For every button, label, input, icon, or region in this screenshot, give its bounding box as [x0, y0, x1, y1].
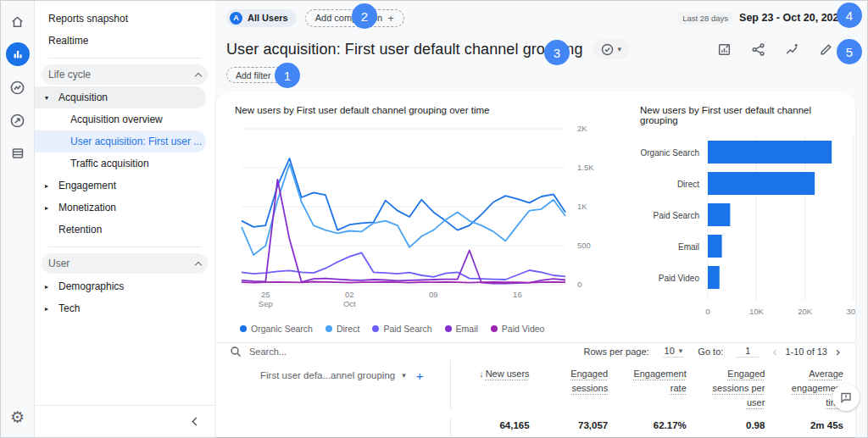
bar-chart-panel: New users by First user default channel …	[640, 105, 842, 339]
svg-text:1K: 1K	[577, 202, 587, 211]
legend-item[interactable]: Direct	[326, 324, 359, 334]
sidebar-divider	[48, 58, 201, 58]
sidebar-item-acquisition[interactable]: ▾ Acquisition	[35, 86, 206, 108]
add-dimension-icon[interactable]: +	[416, 369, 424, 383]
legend-item[interactable]: Paid Search	[372, 324, 431, 334]
sidebar-item-realtime[interactable]: Realtime	[35, 30, 214, 52]
date-range-picker[interactable]: Last 28 days Sep 23 - Oct 20, 2022 ▾	[678, 12, 855, 25]
plus-icon: +	[387, 13, 394, 24]
chevron-up-icon	[195, 261, 202, 268]
sidebar-item-retention[interactable]: Retention	[35, 219, 214, 241]
explore-icon[interactable]	[6, 75, 30, 99]
chevron-down-icon: ▾	[618, 45, 622, 53]
svg-text:Email: Email	[678, 242, 699, 252]
edit-pencil-icon[interactable]	[819, 42, 833, 57]
total-engagement-rate: 62.17%	[608, 420, 687, 430]
report-sidebar: Reports snapshot Realtime Life cycle ▾ A…	[35, 1, 214, 437]
sidebar-item-demographics[interactable]: ▸ Demographics	[35, 275, 214, 297]
report-status-pill[interactable]: ▾	[593, 39, 630, 59]
svg-text:Direct: Direct	[677, 180, 699, 189]
svg-text:25: 25	[261, 290, 270, 299]
column-header-engaged-sessions-per-user[interactable]: Engaged sessions per user	[687, 367, 765, 410]
legend-dot-icon	[326, 325, 332, 332]
pager: ‹ 1-10 of 13 ›	[772, 344, 840, 358]
svg-text:Sep: Sep	[259, 299, 273, 308]
collapsed-arrow-icon: ▸	[45, 182, 52, 190]
legend-label: Paid Video	[502, 324, 545, 334]
next-page-icon[interactable]: ›	[836, 344, 840, 358]
line-chart-panel: New users by First user default channel …	[235, 105, 615, 339]
share-icon[interactable]	[751, 42, 765, 57]
title-row: User acquisition: First user default cha…	[226, 39, 855, 59]
reports-icon[interactable]	[6, 42, 30, 66]
advertising-icon[interactable]	[6, 108, 30, 132]
annotation-callout-5: 5	[837, 39, 862, 64]
search-input[interactable]	[249, 347, 419, 357]
sidebar-item-engagement[interactable]: ▸ Engagement	[35, 175, 214, 197]
sidebar-item-user-acquisition[interactable]: User acquisition: First user ...	[35, 130, 206, 152]
column-header-engagement-rate[interactable]: Engagement rate	[608, 367, 687, 410]
svg-text:2K: 2K	[577, 124, 587, 133]
library-icon[interactable]	[6, 141, 30, 165]
table-search[interactable]	[230, 346, 584, 358]
sidebar-item-traffic-acquisition[interactable]: Traffic acquisition	[35, 152, 214, 175]
legend-label: Paid Search	[383, 324, 431, 334]
table-header-row: First user defa...annel grouping ▾ + ↓Ne…	[216, 360, 855, 410]
line-chart[interactable]: 05001K1.5K2K25Sep02Oct0916	[235, 119, 615, 320]
dimension-column-header: First user defa...annel grouping ▾ +	[216, 360, 450, 410]
table-totals-row: 64,165 73,057 62.17% 0.98 2m 45s	[216, 419, 855, 437]
annotation-callout-1: 1	[275, 63, 300, 88]
check-circle-icon	[601, 43, 614, 56]
feedback-icon	[839, 391, 853, 404]
annotation-callout-4: 4	[837, 3, 862, 28]
svg-text:30K: 30K	[847, 307, 855, 316]
audience-chip[interactable]: A All Users	[226, 9, 297, 27]
page-title: User acquisition: First user default cha…	[226, 41, 583, 58]
main-content: A All Users Add comparison + Last 28 day…	[214, 1, 867, 437]
column-header-average-engagement-time[interactable]: Average engagement time	[765, 367, 843, 410]
sidebar-item-monetization[interactable]: ▸ Monetization	[35, 197, 214, 219]
sort-descending-icon: ↓	[479, 369, 484, 379]
feedback-button[interactable]	[832, 384, 860, 411]
column-header-new-users[interactable]: ↓New users	[451, 367, 530, 410]
nav-rail: ⚙	[1, 1, 35, 437]
home-icon[interactable]	[6, 9, 30, 33]
svg-text:1.5K: 1.5K	[577, 163, 594, 172]
svg-text:Paid Search: Paid Search	[654, 211, 699, 220]
sidebar-item-tech[interactable]: ▸ Tech	[35, 297, 214, 319]
legend-dot-icon	[240, 325, 247, 332]
audience-badge: A	[230, 12, 242, 25]
filter-bar: Add filter +	[226, 67, 855, 83]
goto-page-input[interactable]: 1	[737, 346, 759, 358]
insights-icon[interactable]	[785, 42, 799, 57]
chart-legend: Organic SearchDirectPaid SearchEmailPaid…	[240, 324, 615, 334]
legend-item[interactable]: Organic Search	[240, 324, 313, 334]
bar-chart[interactable]: 010K20K30KOrganic SearchDirectPaid Searc…	[640, 129, 855, 335]
svg-text:0: 0	[577, 280, 581, 289]
legend-item[interactable]: Paid Video	[491, 324, 545, 334]
rows-per-page-select[interactable]: 10 ▾	[663, 345, 685, 358]
legend-item[interactable]: Email	[445, 324, 478, 334]
charts-row: New users by First user default channel …	[216, 91, 855, 339]
customize-chart-icon[interactable]	[717, 42, 732, 57]
sidebar-section-life-cycle[interactable]: Life cycle	[42, 64, 208, 85]
svg-text:02: 02	[345, 290, 354, 299]
dimension-selector[interactable]: First user defa...annel grouping ▾ +	[260, 369, 442, 383]
sidebar-item-reports-snapshot[interactable]: Reports snapshot	[35, 8, 214, 30]
annotation-callout-2: 2	[352, 3, 377, 29]
collapse-sidebar-icon[interactable]	[192, 418, 201, 426]
total-engaged-sessions-per-user: 0.98	[687, 420, 765, 430]
svg-text:500: 500	[577, 241, 591, 250]
sidebar-item-acquisition-overview[interactable]: Acquisition overview	[35, 108, 214, 130]
svg-text:0: 0	[705, 307, 709, 316]
svg-text:Organic Search: Organic Search	[641, 148, 699, 158]
bar-chart-title: New users by First user default channel …	[640, 105, 842, 125]
admin-gear-icon[interactable]: ⚙	[10, 408, 25, 427]
sidebar-section-user[interactable]: User	[42, 253, 208, 274]
previous-page-icon[interactable]: ‹	[772, 344, 776, 358]
column-header-engaged-sessions[interactable]: Engaged sessions	[530, 367, 609, 410]
rows-per-page-label: Rows per page:	[584, 347, 649, 357]
legend-label: Email	[456, 324, 478, 334]
total-new-users: 64,165	[451, 420, 530, 430]
legend-label: Direct	[337, 324, 359, 334]
